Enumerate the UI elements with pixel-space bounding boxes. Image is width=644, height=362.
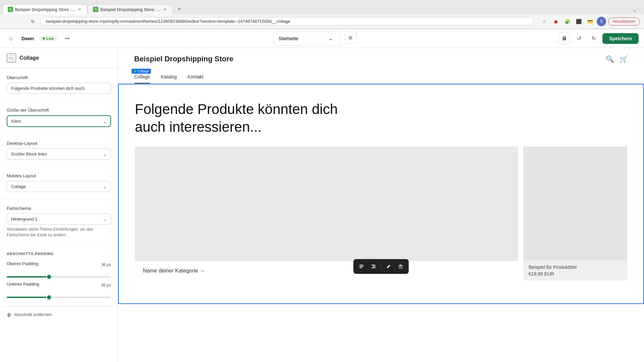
- collage-left-image: [135, 146, 518, 261]
- live-badge: Live: [39, 36, 57, 41]
- nav-item-collage[interactable]: Collage: [134, 70, 150, 83]
- update-button[interactable]: Aktualisieren: [608, 17, 640, 25]
- collage-heading: Folgende Produkte könnten dich auch inte…: [135, 101, 370, 136]
- opera-icon[interactable]: ◉: [551, 17, 560, 26]
- page-selector[interactable]: Startseite ⌄: [273, 32, 340, 46]
- browser-tab-1[interactable]: S Beispiel Dropshipping Store ·... ✕: [3, 4, 87, 14]
- toolbar-edit-button[interactable]: [383, 261, 394, 272]
- collage-right-image: [523, 146, 627, 260]
- nav-item-katalog[interactable]: Katalog: [161, 70, 176, 83]
- screenshot-icon[interactable]: ⬛: [574, 17, 583, 26]
- forward-button[interactable]: →: [16, 17, 25, 26]
- sidebar-section-groesse: Größe der Überschrift Klein Mittel Groß: [0, 101, 118, 134]
- app-header: ⌂ Dawn Live ••• Startseite ⌄ ⊞ 🖥 ↺ ↻ Spe…: [0, 29, 644, 48]
- unteres-padding-label: Unteres Padding: [7, 282, 39, 287]
- save-button[interactable]: Speichern: [602, 33, 639, 44]
- oberes-padding-row: Oberes Padding 36 px: [7, 261, 111, 269]
- collage-right-footer: Beispiel für Produkttitel €19,99 EUR: [523, 260, 627, 281]
- preview-area: Beispiel Dropshipping Store 🔍 🛒 Collage …: [118, 48, 644, 362]
- undo-button[interactable]: ↺: [573, 33, 585, 45]
- sidebar: ← Collage Überschrift Größe der Überschr…: [0, 48, 118, 362]
- tab-label-1: Beispiel Dropshipping Store ·...: [15, 7, 75, 12]
- delete-section-button[interactable]: 🗑 Abschnitt entfernen: [0, 307, 118, 323]
- product-title: Beispiel für Produkttitel: [529, 264, 622, 270]
- browser-tab-2[interactable]: S Beispiel Dropshipping Store ·... ✕: [88, 4, 172, 14]
- sidebar-title: Collage: [19, 55, 39, 61]
- live-badge-label: Live: [46, 37, 54, 41]
- groesse-select[interactable]: Klein Mittel Groß: [7, 115, 111, 127]
- oberes-padding-slider[interactable]: [7, 276, 111, 278]
- mobiles-layout-label: Mobiles Layout: [7, 173, 111, 178]
- unteres-padding-row: Unteres Padding 36 px: [7, 282, 111, 289]
- toolbar-move-up-button[interactable]: [356, 261, 367, 272]
- toolbar-move-down-button[interactable]: [368, 261, 379, 272]
- extension-icon[interactable]: 🧩: [562, 17, 572, 26]
- profile-avatar[interactable]: S: [597, 17, 606, 26]
- sidebar-section-padding: ABSCHNITTS-PADDING Oberes Padding 36 px …: [0, 245, 118, 306]
- new-tab-button[interactable]: +: [175, 4, 184, 14]
- cart-icon[interactable]: 🛒: [620, 55, 628, 63]
- oberes-padding-label: Oberes Padding: [7, 261, 38, 266]
- tab-close-2[interactable]: ✕: [162, 7, 168, 12]
- tab-close-1[interactable]: ✕: [77, 7, 82, 12]
- tab-favicon-1: S: [8, 7, 13, 12]
- oberes-padding-group: Oberes Padding 36 px: [7, 261, 111, 282]
- browser-nav: ← → ↻ beispiel-dropshipping-store.myshop…: [0, 14, 644, 29]
- ueberschrift-label: Überschrift: [7, 75, 111, 80]
- more-options-button[interactable]: •••: [62, 34, 72, 43]
- product-price: €19,99 EUR: [529, 271, 622, 277]
- farbschema-select[interactable]: Hintergrund 1 Hintergrund 2 Akzent 1: [7, 214, 111, 225]
- bookmark-icon[interactable]: ☆: [540, 17, 549, 26]
- header-center: Startseite ⌄ ⊞: [77, 32, 553, 46]
- collage-left-block: Name deiner Kategorie →: [135, 146, 518, 281]
- nav-item-kontakt[interactable]: Kontakt: [187, 70, 203, 83]
- address-text: beispiel-dropshipping-store.myshopify.co…: [46, 19, 290, 24]
- groesse-select-wrapper: Klein Mittel Groß: [7, 115, 111, 127]
- header-right: 🖥 ↺ ↻ Speichern: [558, 33, 639, 45]
- unteres-padding-value: 36 px: [101, 283, 111, 288]
- svg-rect-5: [372, 267, 376, 268]
- page-selector-dropdown-icon: ⌄: [326, 34, 335, 43]
- sidebar-section-desktop-layout: Desktop-Layout Großer Block links Großer…: [0, 134, 118, 167]
- desktop-view-button[interactable]: 🖥: [558, 33, 570, 45]
- sidebar-back-button[interactable]: ←: [7, 53, 16, 63]
- category-link[interactable]: Name deiner Kategorie →: [143, 268, 205, 274]
- desktop-layout-select-wrapper: Großer Block links Großer Block rechts K…: [7, 148, 111, 160]
- svg-rect-1: [360, 266, 364, 267]
- home-button[interactable]: ⌂: [5, 33, 16, 44]
- app-content: ← Collage Überschrift Größe der Überschr…: [0, 48, 644, 362]
- store-header: Beispiel Dropshipping Store 🔍 🛒: [118, 48, 644, 70]
- address-bar[interactable]: beispiel-dropshipping-store.myshopify.co…: [40, 17, 534, 25]
- sidebar-header: ← Collage: [0, 48, 118, 68]
- layout-toggle-button[interactable]: ⊞: [344, 32, 357, 46]
- page-selector-value: Startseite: [278, 36, 298, 41]
- mobiles-layout-select-wrapper: Collage Spalten Reihen: [7, 181, 111, 192]
- store-name-label: Dawn: [21, 36, 34, 41]
- delete-section-label: Abschnitt entfernen: [14, 312, 52, 317]
- browser-chrome: S Beispiel Dropshipping Store ·... ✕ S B…: [0, 0, 644, 29]
- search-icon[interactable]: 🔍: [606, 55, 614, 63]
- browser-tabs: S Beispiel Dropshipping Store ·... ✕ S B…: [0, 0, 644, 14]
- ueberschrift-input[interactable]: [7, 83, 111, 94]
- wallet-icon[interactable]: 💳: [585, 17, 595, 26]
- mobiles-layout-select[interactable]: Collage Spalten Reihen: [7, 181, 111, 192]
- unteres-padding-slider[interactable]: [7, 297, 111, 298]
- collage-toolbar: [354, 259, 409, 274]
- preview-frame: Beispiel Dropshipping Store 🔍 🛒 Collage …: [118, 48, 644, 362]
- collage-right-block: Beispiel für Produkttitel €19,99 EUR: [523, 146, 627, 281]
- oberes-padding-value: 36 px: [101, 262, 111, 267]
- desktop-layout-label: Desktop-Layout: [7, 141, 111, 146]
- browser-nav-icons: ☆ ◉ 🧩 ⬛ 💳 S Aktualisieren: [540, 17, 640, 26]
- svg-rect-3: [372, 265, 376, 265]
- reload-button[interactable]: ↻: [28, 17, 38, 26]
- toolbar-delete-button[interactable]: [395, 261, 406, 272]
- nav-item-wrapper-collage: Collage Collage: [134, 70, 150, 83]
- browser-minimize[interactable]: ⌄: [631, 6, 639, 14]
- desktop-layout-select[interactable]: Großer Block links Großer Block rechts K…: [7, 148, 111, 160]
- padding-section-label: ABSCHNITTS-PADDING: [7, 252, 111, 256]
- sidebar-section-mobiles-layout: Mobiles Layout Collage Spalten Reihen: [0, 167, 118, 199]
- live-dot: [43, 37, 45, 40]
- back-button[interactable]: ←: [4, 17, 13, 26]
- groesse-label: Größe der Überschrift: [7, 108, 111, 113]
- redo-button[interactable]: ↻: [588, 33, 600, 45]
